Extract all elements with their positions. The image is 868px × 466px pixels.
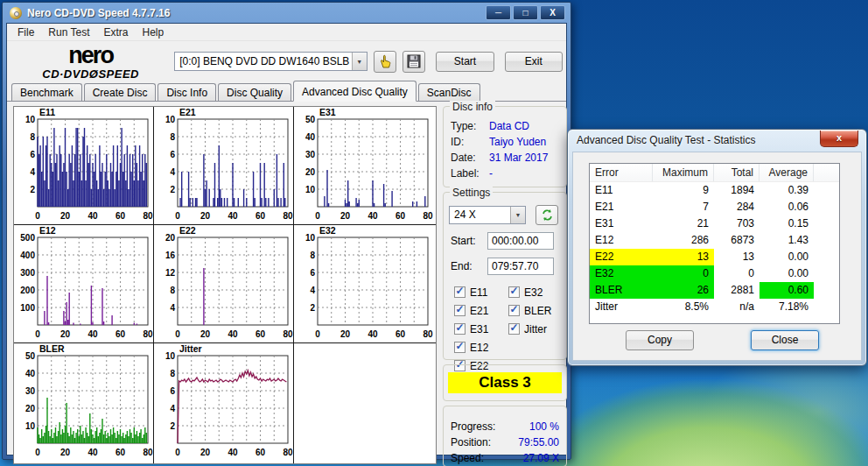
checkbox-e12[interactable]: ✓ xyxy=(454,342,466,353)
cell-error: E32 xyxy=(590,265,653,282)
svg-text:40: 40 xyxy=(228,329,238,339)
svg-text:E21: E21 xyxy=(179,107,196,117)
checkbox-label: BLER xyxy=(524,305,551,317)
menu-item-run-test[interactable]: Run Test xyxy=(41,25,96,40)
progress-row: Position:79:55.00 xyxy=(451,436,559,448)
svg-text:40: 40 xyxy=(305,132,316,142)
menu-item-extra[interactable]: Extra xyxy=(96,25,135,40)
svg-text:100: 100 xyxy=(20,303,35,313)
cell-maximum: 7 xyxy=(653,199,714,215)
checkbox-label: E12 xyxy=(470,342,488,354)
maximize-button[interactable]: □ xyxy=(513,5,538,20)
svg-text:60: 60 xyxy=(256,329,266,339)
start-button[interactable]: Start xyxy=(436,52,494,72)
check-icon: ✓ xyxy=(509,305,518,314)
end-field[interactable]: 079:57.70 xyxy=(487,258,554,275)
svg-text:80: 80 xyxy=(143,448,153,457)
svg-text:300: 300 xyxy=(20,268,35,278)
tab-disc-quality[interactable]: Disc Quality xyxy=(218,83,291,101)
svg-text:6: 6 xyxy=(170,150,175,159)
column-header-error[interactable]: Error xyxy=(590,164,653,181)
copy-button[interactable]: Copy xyxy=(626,330,694,350)
dialog-close-button[interactable]: Close xyxy=(751,330,819,350)
svg-text:20: 20 xyxy=(340,329,351,339)
svg-text:40: 40 xyxy=(228,448,238,457)
save-button[interactable] xyxy=(402,51,425,73)
svg-text:40: 40 xyxy=(88,448,98,457)
eject-hand-button[interactable] xyxy=(374,51,396,73)
close-button[interactable]: X xyxy=(540,5,565,20)
column-header-average[interactable]: Average xyxy=(760,164,814,181)
statistics-table: ErrorMaximumTotalAverage E11918940.39E21… xyxy=(589,163,840,324)
drive-select[interactable]: [0:0] BENQ DVD DD DW1640 BSLB ▼ xyxy=(174,52,367,71)
speed-select[interactable]: 24 X ▼ xyxy=(449,206,526,224)
svg-text:4: 4 xyxy=(170,404,175,413)
checkbox-row-bler: ✓BLER xyxy=(508,301,551,320)
svg-text:60: 60 xyxy=(256,448,266,457)
svg-text:10: 10 xyxy=(305,185,316,194)
svg-text:400: 400 xyxy=(20,251,35,260)
checkbox-e21[interactable]: ✓ xyxy=(454,305,466,316)
disc-info-group: Disc info Type:Data CDID:Taiyo YudenDate… xyxy=(443,106,567,187)
svg-text:0: 0 xyxy=(175,211,180,221)
svg-text:6: 6 xyxy=(310,268,315,278)
chevron-down-icon[interactable]: ▼ xyxy=(352,53,367,70)
checkbox-label: Jitter xyxy=(524,323,547,335)
svg-text:20: 20 xyxy=(305,167,316,177)
checkbox-label: E11 xyxy=(470,286,487,299)
disc-info-value: 31 Mar 2017 xyxy=(489,152,548,164)
table-row-e22: E2213130.00 xyxy=(590,249,839,265)
svg-text:2: 2 xyxy=(30,185,35,194)
window-title: Nero CD-DVD Speed 4.7.7.16 xyxy=(27,7,486,19)
disc-info-label: ID: xyxy=(451,136,489,148)
checkbox-e32[interactable]: ✓ xyxy=(508,286,520,298)
tab-disc-info[interactable]: Disc Info xyxy=(158,83,216,101)
checkbox-column-right: ✓E32✓BLER✓Jitter xyxy=(508,283,551,375)
svg-text:40: 40 xyxy=(88,211,98,221)
minimize-button[interactable]: ─ xyxy=(486,5,511,20)
checkbox-e31[interactable]: ✓ xyxy=(454,323,466,335)
cell-total: 13 xyxy=(714,249,760,265)
checkbox-row-e31: ✓E31 xyxy=(454,320,508,338)
menu-item-help[interactable]: Help xyxy=(136,25,172,40)
start-field[interactable]: 000:00.00 xyxy=(487,232,554,250)
svg-text:30: 30 xyxy=(305,150,316,159)
column-header-maximum[interactable]: Maximum xyxy=(653,164,714,181)
chart-e32: 246810020406080E32 xyxy=(294,225,436,343)
table-row-bler: BLER2628810.60 xyxy=(590,282,839,299)
svg-text:50: 50 xyxy=(25,351,36,361)
svg-text:80: 80 xyxy=(423,329,433,339)
chevron-down-icon[interactable]: ▼ xyxy=(510,207,525,223)
checkbox-bler[interactable]: ✓ xyxy=(508,305,520,316)
progress-value: 100 % xyxy=(529,420,559,433)
refresh-button[interactable] xyxy=(536,205,558,225)
checkbox-e11[interactable]: ✓ xyxy=(454,286,466,298)
svg-text:2: 2 xyxy=(170,185,175,194)
tab-create-disc[interactable]: Create Disc xyxy=(84,83,157,101)
tab-advanced-disc-quality[interactable]: Advanced Disc Quality xyxy=(293,81,416,102)
dialog-client: ErrorMaximumTotalAverage E11918940.39E21… xyxy=(572,152,862,361)
svg-text:60: 60 xyxy=(116,211,126,221)
checkbox-jitter[interactable]: ✓ xyxy=(508,323,520,335)
cell-maximum: 286 xyxy=(653,232,714,249)
disc-info-label: Date: xyxy=(451,152,489,164)
svg-text:30: 30 xyxy=(25,386,36,396)
svg-text:16: 16 xyxy=(165,251,176,260)
column-header-total[interactable]: Total xyxy=(714,164,760,181)
svg-text:E22: E22 xyxy=(179,225,196,236)
checkbox-row-e11: ✓E11 xyxy=(454,283,508,301)
svg-text:E31: E31 xyxy=(319,107,336,117)
checkbox-row-e21: ✓E21 xyxy=(454,301,508,320)
exit-button[interactable]: Exit xyxy=(505,52,563,72)
tab-benchmark[interactable]: Benchmark xyxy=(11,83,82,101)
app-body: FileRun TestExtraHelp nero CD·DVDØSPEED … xyxy=(6,23,567,455)
tab-scandisc[interactable]: ScanDisc xyxy=(418,83,480,101)
svg-text:2: 2 xyxy=(170,421,175,431)
menu-item-file[interactable]: File xyxy=(10,25,41,40)
dialog-close-icon[interactable]: x xyxy=(820,131,858,147)
svg-text:80: 80 xyxy=(143,211,153,221)
quality-class-badge: Class 3 xyxy=(448,372,562,393)
progress-row: Speed:27.09 X xyxy=(451,452,559,464)
cell-total: 2881 xyxy=(714,282,760,299)
progress-rows: Progress:100 %Position:79:55.00Speed:27.… xyxy=(449,419,561,464)
